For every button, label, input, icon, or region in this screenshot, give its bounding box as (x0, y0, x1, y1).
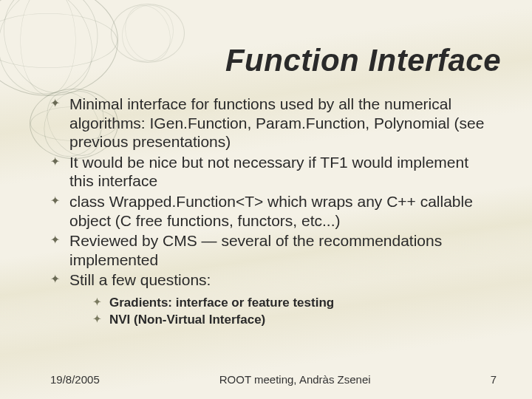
footer-center: ROOT meeting, Andràs Zsenei (100, 373, 491, 386)
footer-page-number: 7 (491, 373, 497, 386)
slide-title: Function Interface (0, 0, 532, 78)
bullet-item: class Wrapped.Function<T> which wraps an… (50, 192, 497, 230)
footer-date: 19/8/2005 (50, 373, 100, 386)
bullet-item: Reviewed by CMS — several of the recomme… (50, 231, 497, 269)
bullet-item-text: Still a few questions: (69, 271, 211, 288)
bullet-item: It would be nice but not necessary if TF… (50, 153, 497, 191)
sub-bullet-item: Gradients: interface or feature testing (93, 296, 497, 311)
slide-footer: 19/8/2005 ROOT meeting, Andràs Zsenei 7 (0, 373, 532, 386)
bullet-item: Still a few questions: Gradients: interf… (50, 270, 497, 327)
bullet-list: Minimal interface for functions used by … (50, 95, 497, 328)
sub-bullet-item: NVI (Non-Virtual Interface) (93, 313, 497, 328)
sub-bullet-list: Gradients: interface or feature testing … (93, 296, 497, 327)
bullet-item: Minimal interface for functions used by … (50, 95, 497, 151)
slide: Function Interface Minimal interface for… (0, 0, 532, 399)
slide-body: Minimal interface for functions used by … (0, 78, 532, 328)
